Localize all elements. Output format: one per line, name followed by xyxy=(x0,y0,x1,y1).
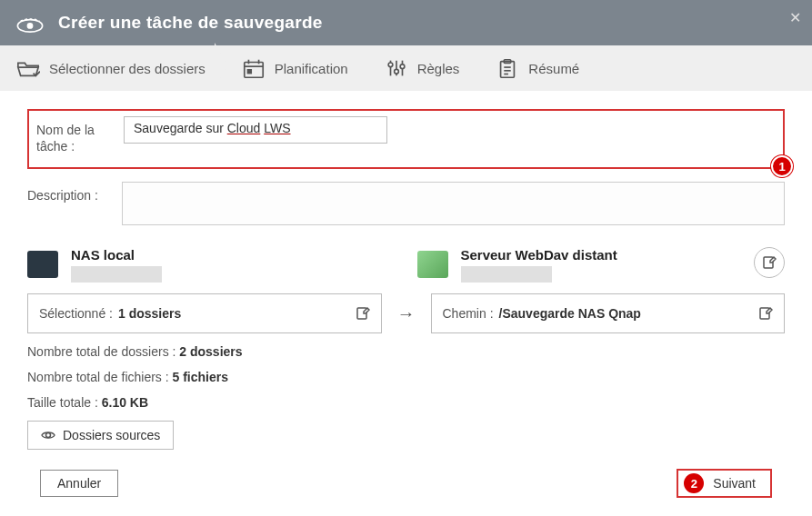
source-sub xyxy=(71,266,162,283)
description-label: Description : xyxy=(27,182,122,203)
footer: Annuler 2 Suivant xyxy=(0,469,812,498)
close-icon[interactable]: ✕ xyxy=(789,9,801,26)
edit-icon[interactable] xyxy=(758,306,773,321)
arrow-icon: → xyxy=(393,303,420,324)
destination-sub xyxy=(461,266,552,283)
source-storage: NAS local xyxy=(27,247,396,283)
content: Nom de la tâche : Sauvegarde sur Cloud L… xyxy=(0,91,812,468)
destination-storage: Serveur WebDav distant xyxy=(417,247,786,283)
clipboard-icon xyxy=(496,57,519,79)
eye-icon xyxy=(41,430,55,441)
tab-schedule[interactable]: Planification xyxy=(242,57,348,79)
task-name-input[interactable]: Sauvegarde sur Cloud LWS xyxy=(124,116,387,144)
task-name-highlight: Nom de la tâche : Sauvegarde sur Cloud L… xyxy=(27,109,785,169)
svg-point-1 xyxy=(27,24,32,28)
svg-point-21 xyxy=(46,433,51,438)
tab-summary[interactable]: Résumé xyxy=(496,57,579,79)
stat-size: Taille totale : 6.10 KB xyxy=(27,395,785,410)
source-name: NAS local xyxy=(71,247,162,263)
task-name-label: Nom de la tâche : xyxy=(36,116,124,154)
tabbar: Sélectionner des dossiers Planification … xyxy=(0,45,812,91)
source-folders-button[interactable]: Dossiers sources xyxy=(27,421,174,450)
svg-point-8 xyxy=(388,63,393,67)
callout-badge-2: 2 xyxy=(684,473,704,493)
description-input[interactable] xyxy=(122,182,785,225)
destination-name: Serveur WebDav distant xyxy=(461,247,617,263)
titlebar-title: Créer une tâche de sauvegarde xyxy=(58,13,323,33)
callout-badge-1: 1 xyxy=(771,155,793,177)
tab-label: Règles xyxy=(417,61,460,76)
calendar-icon xyxy=(242,57,266,79)
tab-label: Planification xyxy=(275,61,348,76)
next-button[interactable]: 2 Suivant xyxy=(677,469,772,498)
sliders-icon xyxy=(385,57,408,79)
svg-point-12 xyxy=(400,64,405,69)
nas-icon xyxy=(27,251,58,278)
edit-icon[interactable] xyxy=(356,306,370,321)
stat-folders: Nombre total de dossiers : 2 dossiers xyxy=(27,344,785,359)
cancel-button[interactable]: Annuler xyxy=(40,470,118,497)
edit-icon xyxy=(762,255,777,270)
tab-label: Sélectionner des dossiers xyxy=(49,61,206,76)
app-icon xyxy=(15,10,45,35)
destination-path-box[interactable]: Chemin : /Sauvegarde NAS Qnap xyxy=(431,293,786,333)
folder-select-icon xyxy=(16,57,40,79)
tab-label: Résumé xyxy=(528,61,579,76)
tab-select-folders[interactable]: Sélectionner des dossiers xyxy=(16,57,206,79)
svg-rect-6 xyxy=(247,70,251,74)
stat-files: Nombre total de fichiers : 5 fichiers xyxy=(27,370,785,384)
svg-point-10 xyxy=(394,69,398,74)
titlebar: Créer une tâche de sauvegarde ✕ xyxy=(0,0,812,45)
source-path-box[interactable]: Sélectionné : 1 dossiers xyxy=(27,293,382,333)
webdav-icon xyxy=(417,251,448,278)
edit-destination-button[interactable] xyxy=(754,247,785,278)
tab-rules[interactable]: Règles xyxy=(385,57,460,79)
